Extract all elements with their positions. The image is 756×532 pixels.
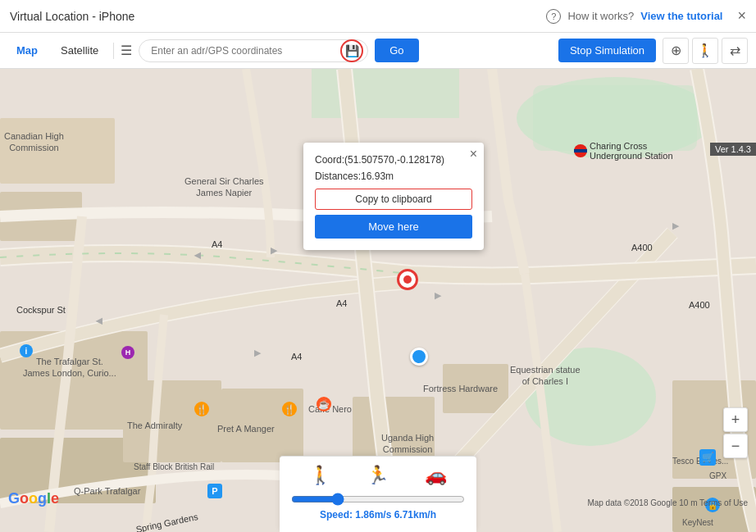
save-icon-button[interactable]: 💾 [340, 39, 363, 62]
speed-display: Speed: 1.86m/s 6.71km/h [291, 509, 465, 521]
speed-icons: 🚶 🏃 🚗 [291, 465, 465, 486]
walk-icon-button[interactable]: 🚶 [692, 38, 718, 64]
go-button[interactable]: Go [375, 39, 418, 62]
popup-distance: Distances:16.93m [315, 171, 472, 182]
run-speed-icon[interactable]: 🏃 [367, 465, 389, 486]
poi-food-1: 🍴 [194, 402, 209, 416]
place-general-napier: General Sir CharlesJames Napier [184, 175, 264, 199]
help-icon[interactable]: ? [546, 9, 561, 24]
google-o2: o [29, 490, 38, 507]
zoom-out-button[interactable]: − [723, 434, 748, 458]
map-icon-controls: ⊕ 🚶 ⇄ [663, 38, 748, 64]
speed-label: Speed: [320, 509, 355, 521]
tab-separator [113, 43, 114, 59]
poi-food-2: 🍴 [282, 402, 297, 416]
place-admiralty: The Admiralty [127, 420, 182, 431]
place-pret: Pret A Manger [217, 423, 275, 434]
zoom-controls: + − [723, 407, 748, 458]
street-label-cockspur: Cockspur St [16, 305, 66, 315]
close-button[interactable]: × [737, 7, 746, 25]
place-qpark: Q-Park Trafalgar [74, 485, 140, 497]
location-popup: × Coord:(51.507570,-0.128178) Distances:… [303, 143, 484, 250]
place-trafalgar: The Trafalgar St.James London, Curio... [23, 356, 116, 380]
map-area[interactable]: ▶ ▶ ▶ ▶ ▶ ▶ ▶ A4 A4 A4 A400 A400 Cockspu… [0, 69, 756, 532]
target-marker [397, 269, 418, 290]
svg-text:▶: ▶ [672, 221, 680, 230]
speed-bar: 🚶 🏃 🚗 Speed: 1.86m/s 6.71km/h [280, 456, 476, 532]
svg-text:▶: ▶ [271, 245, 278, 255]
poi-shop: 🛒 [699, 449, 716, 466]
stop-simulation-button[interactable]: Stop Simulation [558, 39, 656, 62]
place-keynest: KeyNest [682, 517, 713, 528]
copy-to-clipboard-button[interactable]: Copy to clipboard [315, 189, 472, 210]
popup-coordinates: Coord:(51.507570,-0.128178) [315, 152, 472, 167]
place-staff-block: Staff Block British Rail [134, 462, 214, 472]
street-label-a4-2: A4 [336, 298, 347, 308]
walk-speed-icon[interactable]: 🚶 [309, 465, 331, 486]
how-it-works-text: How it works? [567, 10, 634, 22]
map-attribution: Map data ©2018 Google 10 m Terms of Use [587, 498, 748, 507]
street-label-a4-3: A4 [291, 352, 302, 361]
zoom-in-button[interactable]: + [723, 407, 748, 432]
underground-charing-cross: Charing CrossUnderground Station [574, 141, 673, 161]
place-uganda-high-commission: Uganda HighCommission [381, 432, 434, 456]
place-canadian-high: Canadian HighCommission [4, 130, 64, 154]
tutorial-link[interactable]: View the tutorial [640, 10, 722, 22]
svg-text:▶: ▶ [95, 317, 102, 327]
share-icon-button[interactable]: ⇄ [722, 38, 748, 64]
app-title: Virtual Location - iPhone [10, 10, 134, 23]
poi-parking: P [207, 484, 222, 498]
car-speed-icon[interactable]: 🚗 [425, 465, 447, 486]
list-icon[interactable]: ☰ [121, 43, 132, 58]
popup-close-button[interactable]: × [470, 148, 477, 161]
map-container: Virtual Location - iPhone ? How it works… [0, 0, 756, 532]
google-g2: g [38, 490, 47, 507]
title-bar: Virtual Location - iPhone ? How it works… [0, 0, 756, 33]
compass-icon-button[interactable]: ⊕ [663, 38, 689, 64]
street-label-a400-1: A400 [631, 243, 653, 252]
street-label-a400-2: A400 [689, 300, 710, 310]
google-o1: o [20, 490, 29, 507]
svg-text:▶: ▶ [254, 348, 262, 357]
move-here-button[interactable]: Move here [315, 215, 472, 239]
place-fortress: Fortress Hardware [423, 383, 498, 394]
poi-icon-info: i [20, 344, 33, 357]
svg-text:▶: ▶ [435, 290, 442, 300]
coord-input-wrap: 💾 [139, 39, 368, 62]
underground-label: Charing CrossUnderground Station [590, 141, 673, 161]
tube-icon [574, 144, 587, 157]
place-equestrian: Equestrian statueof Charles I [510, 364, 581, 388]
title-bar-right: ? How it works? View the tutorial × [546, 7, 746, 25]
svg-rect-3 [312, 69, 459, 118]
poi-hotel: H [121, 346, 134, 359]
svg-text:▶: ▶ [194, 252, 201, 261]
map-controls-bar: Map Satellite ☰ 💾 Go Stop Simulation ⊕ 🚶… [0, 33, 756, 69]
coord-input[interactable] [139, 39, 368, 62]
google-e: e [51, 490, 59, 507]
version-badge: Ver 1.4.3 [710, 143, 756, 156]
google-logo: Google [8, 490, 59, 507]
tab-map[interactable]: Map [8, 41, 46, 60]
save-icon: 💾 [345, 44, 359, 57]
google-g: G [8, 490, 20, 507]
speed-slider[interactable] [291, 493, 465, 506]
place-gpx: GPX [709, 471, 726, 481]
tab-satellite[interactable]: Satellite [52, 41, 107, 60]
speed-value: 1.86m/s 6.71km/h [355, 509, 436, 521]
poi-food-3: ☕ [317, 397, 331, 412]
street-label-a4-1: A4 [212, 239, 222, 249]
marker-blue-2 [410, 348, 428, 366]
